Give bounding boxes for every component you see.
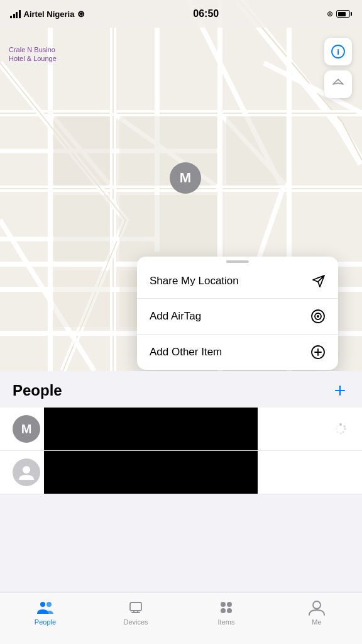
- location-arrow-icon: [332, 78, 344, 91]
- svg-point-18: [339, 423, 342, 426]
- marker-label: M: [180, 170, 191, 186]
- svg-rect-1: [53, 116, 110, 186]
- status-time: 06:50: [193, 8, 219, 19]
- wifi-icon: ⊛: [77, 9, 85, 19]
- map-location-button[interactable]: [324, 70, 352, 98]
- svg-point-31: [227, 602, 232, 607]
- add-other-item[interactable]: Add Other Item: [137, 335, 338, 370]
- add-other-icon: [310, 345, 326, 360]
- map-place-crale: Crale N BusinoHotel & Lounge: [9, 45, 57, 64]
- svg-point-27: [40, 602, 45, 607]
- drag-handle: [226, 260, 249, 263]
- svg-point-12: [317, 315, 319, 318]
- tab-bar: People Devices Items: [0, 592, 362, 644]
- tab-people[interactable]: People: [0, 597, 90, 626]
- svg-point-28: [47, 602, 52, 607]
- svg-point-24: [335, 428, 337, 430]
- svg-point-33: [227, 608, 232, 613]
- svg-rect-29: [130, 602, 141, 611]
- items-icon: [217, 599, 235, 616]
- people-icon: [36, 599, 54, 616]
- spinner-icon: [334, 423, 347, 435]
- svg-rect-6: [53, 270, 110, 327]
- svg-point-23: [336, 431, 339, 433]
- map-marker-m[interactable]: M: [170, 162, 201, 194]
- svg-text:i: i: [337, 47, 339, 57]
- info-icon: i: [331, 45, 345, 58]
- status-right: ⊕: [327, 9, 352, 18]
- map-area[interactable]: Crale N BusinoHotel & Lounge i M Share M…: [0, 0, 362, 371]
- people-list: M: [0, 408, 362, 494]
- share-location-label: Share My Location: [150, 275, 239, 287]
- status-left: Airtel Nigeria ⊛: [10, 9, 85, 19]
- person-avatar-m: M: [13, 415, 40, 443]
- svg-point-21: [342, 431, 344, 433]
- person-spinner: [332, 420, 349, 438]
- signal-icon: [10, 10, 21, 18]
- context-menu: Share My Location Add AirTag Add Other I…: [137, 257, 338, 370]
- tab-me[interactable]: Me: [272, 597, 362, 626]
- add-airtag-item[interactable]: Add AirTag: [137, 299, 338, 335]
- generic-person-icon: [18, 464, 35, 481]
- svg-rect-5: [53, 195, 110, 261]
- devices-tab-icon: [127, 599, 145, 616]
- me-icon: [308, 599, 326, 616]
- location-status-icon: ⊕: [327, 9, 333, 18]
- add-airtag-label: Add AirTag: [150, 310, 201, 323]
- svg-point-25: [336, 425, 338, 428]
- drag-handle-area: [137, 257, 338, 264]
- add-other-label: Add Other Item: [150, 346, 222, 358]
- devices-icon: [127, 599, 145, 616]
- people-tab-icon: [36, 599, 54, 616]
- svg-rect-2: [119, 116, 217, 186]
- svg-point-26: [23, 466, 30, 474]
- svg-rect-3: [119, 195, 217, 261]
- tab-devices[interactable]: Devices: [90, 597, 181, 626]
- avatar-initial: M: [21, 422, 32, 436]
- svg-point-19: [343, 425, 346, 428]
- people-header: People: [0, 371, 362, 408]
- person-row-m[interactable]: M: [0, 408, 362, 451]
- svg-rect-4: [226, 116, 286, 186]
- airtag-icon: [310, 309, 326, 324]
- battery-icon: [336, 10, 352, 18]
- people-title: People: [13, 382, 62, 399]
- status-bar: Airtel Nigeria ⊛ 06:50 ⊕: [0, 0, 362, 28]
- items-tab-label: Items: [218, 618, 235, 626]
- add-icon: [332, 383, 348, 398]
- carrier-label: Airtel Nigeria: [24, 9, 75, 19]
- person-avatar-generic: [13, 458, 40, 486]
- me-tab-icon: [308, 599, 326, 616]
- items-tab-icon: [217, 599, 235, 616]
- svg-point-34: [313, 601, 321, 609]
- devices-tab-label: Devices: [123, 618, 148, 626]
- share-location-item[interactable]: Share My Location: [137, 264, 338, 299]
- svg-point-32: [221, 608, 226, 613]
- svg-point-30: [221, 602, 226, 607]
- people-add-button[interactable]: [331, 381, 349, 400]
- svg-point-22: [339, 432, 342, 435]
- people-tab-label: People: [35, 618, 56, 626]
- share-location-icon: [312, 274, 326, 288]
- map-info-button[interactable]: i: [324, 38, 352, 65]
- svg-point-20: [344, 428, 346, 430]
- person-row-generic[interactable]: [0, 451, 362, 494]
- tab-items[interactable]: Items: [181, 597, 272, 626]
- me-tab-label: Me: [312, 618, 321, 626]
